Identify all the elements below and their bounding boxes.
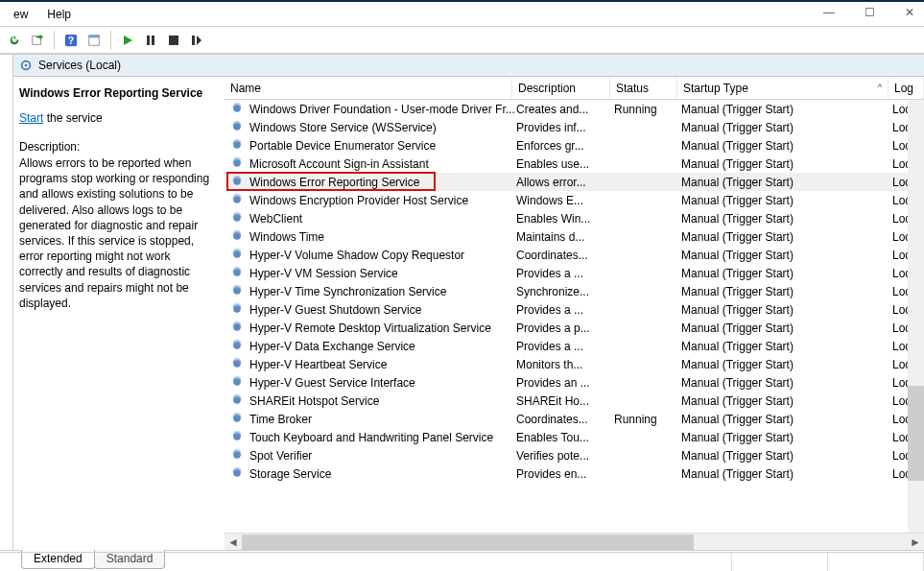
gear-icon	[230, 357, 246, 372]
service-row[interactable]: Hyper-V Time Synchronization ServiceSync…	[225, 282, 924, 300]
service-description: Coordinates...	[516, 413, 614, 426]
service-name: Microsoft Account Sign-in Assistant	[249, 157, 516, 171]
service-row[interactable]: Touch Keyboard and Handwriting Panel Ser…	[225, 428, 924, 446]
service-row[interactable]: Hyper-V Heartbeat ServiceMonitors th...M…	[225, 355, 924, 373]
column-name[interactable]: Name	[225, 78, 512, 99]
svg-rect-7	[169, 36, 178, 45]
service-startup: Manual (Trigger Start)	[681, 467, 892, 481]
service-startup: Manual (Trigger Start)	[681, 249, 892, 262]
svg-rect-8	[192, 36, 195, 45]
service-row[interactable]: Hyper-V Remote Desktop Virtualization Se…	[225, 319, 924, 337]
description-text: Allows errors to be reported when progra…	[19, 155, 217, 311]
column-log-on-as[interactable]: Log	[888, 78, 924, 99]
service-row[interactable]: Microsoft Account Sign-in AssistantEnabl…	[225, 155, 924, 173]
service-row[interactable]: Portable Device Enumerator ServiceEnforc…	[225, 136, 924, 155]
service-row[interactable]: Hyper-V Data Exchange ServiceProvides a …	[225, 337, 924, 355]
service-row[interactable]: Spot VerifierVerifies pote...Manual (Tri…	[225, 446, 924, 464]
service-startup: Manual (Trigger Start)	[681, 157, 892, 171]
gear-icon	[230, 120, 246, 135]
column-description[interactable]: Description	[512, 78, 610, 99]
service-description: Maintains d...	[516, 230, 614, 244]
service-row[interactable]: Hyper-V Volume Shadow Copy RequestorCoor…	[225, 246, 924, 264]
service-row[interactable]: Windows Store Service (WSService)Provide…	[225, 118, 924, 136]
scroll-left-icon[interactable]: ◄	[225, 535, 242, 550]
service-startup: Manual (Trigger Start)	[681, 212, 892, 226]
start-suffix: the service	[43, 111, 102, 125]
help-icon[interactable]: ?	[60, 30, 82, 51]
service-row[interactable]: Hyper-V VM Session ServiceProvides a ...…	[225, 264, 924, 282]
gear-icon	[230, 284, 246, 299]
menu-view[interactable]: ew	[4, 4, 37, 25]
start-link[interactable]: Start	[19, 111, 43, 125]
service-row[interactable]: Hyper-V Guest Shutdown ServiceProvides a…	[225, 300, 924, 319]
maximize-button[interactable]: ☐	[863, 6, 876, 19]
start-icon[interactable]	[117, 30, 138, 51]
service-description: Enables Tou...	[516, 431, 614, 444]
service-row[interactable]: Windows TimeMaintains d...Manual (Trigge…	[225, 227, 924, 246]
gear-icon	[230, 375, 246, 391]
service-name: Portable Device Enumerator Service	[249, 139, 516, 153]
tree-gutter	[0, 55, 13, 550]
service-status: Running	[614, 413, 681, 426]
service-startup: Manual (Trigger Start)	[681, 176, 892, 189]
service-description: Provides a ...	[516, 267, 614, 280]
service-name: Time Broker	[249, 413, 516, 426]
service-row[interactable]: Time BrokerCoordinates...RunningManual (…	[225, 410, 924, 428]
gear-icon	[230, 248, 246, 263]
service-row[interactable]: Hyper-V Guest Service InterfaceProvides …	[225, 373, 924, 392]
service-description: Creates and...	[516, 103, 614, 116]
column-status[interactable]: Status	[610, 78, 677, 99]
scroll-right-icon[interactable]: ►	[907, 535, 924, 550]
service-row[interactable]: Storage ServiceProvides en...Manual (Tri…	[225, 464, 924, 483]
service-startup: Manual (Trigger Start)	[681, 139, 892, 153]
service-row[interactable]: Windows Error Reporting ServiceAllows er…	[225, 173, 924, 191]
service-startup: Manual (Trigger Start)	[681, 103, 892, 116]
minimize-button[interactable]: —	[822, 6, 836, 19]
gear-icon	[230, 102, 246, 117]
sort-indicator-icon: ^	[878, 83, 882, 92]
service-name: Windows Driver Foundation - User-mode Dr…	[249, 103, 516, 116]
service-row[interactable]: SHAREit Hotspot ServiceSHAREit Ho...Manu…	[225, 392, 924, 410]
service-startup: Manual (Trigger Start)	[681, 394, 892, 408]
gear-icon	[230, 339, 246, 354]
horizontal-scrollbar[interactable]: ◄ ►	[225, 533, 924, 550]
service-row[interactable]: Windows Encryption Provider Host Service…	[225, 191, 924, 209]
gear-icon	[230, 156, 246, 172]
svg-rect-6	[152, 36, 154, 45]
service-description: Synchronize...	[516, 285, 614, 298]
service-row[interactable]: Windows Driver Foundation - User-mode Dr…	[225, 100, 924, 118]
service-row[interactable]: WebClientEnables Win...Manual (Trigger S…	[225, 209, 924, 227]
service-name: Touch Keyboard and Handwriting Panel Ser…	[249, 431, 516, 444]
service-name: Spot Verifier	[249, 449, 516, 463]
status-bar	[0, 552, 924, 571]
window-controls: — ☐ ✕	[822, 6, 916, 19]
svg-point-10	[25, 64, 28, 67]
service-description: Provides en...	[516, 467, 614, 481]
gear-icon	[230, 430, 246, 445]
service-name: Hyper-V Data Exchange Service	[249, 340, 516, 353]
refresh-icon[interactable]	[4, 30, 25, 51]
close-button[interactable]: ✕	[903, 6, 916, 19]
vertical-scrollbar[interactable]	[908, 100, 924, 533]
pause-icon[interactable]	[140, 30, 161, 51]
menu-help[interactable]: Help	[37, 4, 81, 25]
gear-icon	[230, 393, 246, 409]
service-description: Verifies pote...	[516, 449, 614, 463]
service-startup: Manual (Trigger Start)	[681, 413, 892, 426]
service-name: Hyper-V Volume Shadow Copy Requestor	[249, 249, 516, 262]
gear-icon	[230, 321, 246, 336]
column-startup-type[interactable]: Startup Type^	[677, 78, 888, 99]
svg-rect-4	[89, 35, 100, 37]
service-name: Hyper-V Guest Service Interface	[249, 376, 516, 390]
properties-icon[interactable]	[83, 30, 105, 51]
service-name: SHAREit Hotspot Service	[249, 394, 516, 408]
stop-icon[interactable]	[163, 30, 184, 51]
restart-icon[interactable]	[186, 30, 207, 51]
service-startup: Manual (Trigger Start)	[681, 285, 892, 298]
service-description: Provides a ...	[516, 340, 614, 353]
service-name: Hyper-V Guest Shutdown Service	[249, 303, 516, 317]
scope-header: Services (Local)	[13, 55, 924, 77]
service-name: Hyper-V Time Synchronization Service	[249, 285, 516, 298]
gear-icon	[230, 138, 246, 154]
export-icon[interactable]	[27, 30, 48, 51]
